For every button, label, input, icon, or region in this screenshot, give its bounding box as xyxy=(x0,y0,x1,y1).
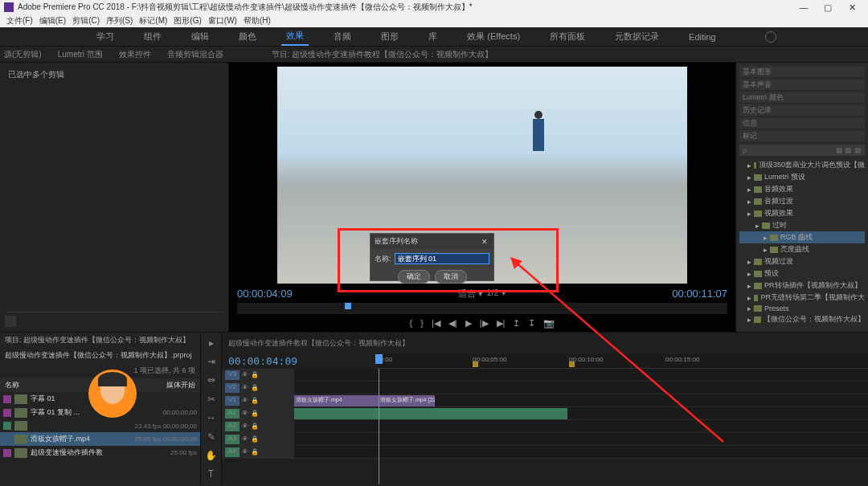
close-button[interactable]: ✕ xyxy=(840,0,864,14)
effects-tree-item[interactable]: ▸过时 xyxy=(739,219,865,231)
time-ruler[interactable]: 00:0000:00:05:0000:00:10:0000:00:15:00 xyxy=(376,354,868,369)
panel-section-header[interactable]: 历史记录 xyxy=(739,104,865,116)
pen-tool-icon[interactable]: ✎ xyxy=(205,431,218,443)
effects-tree-item[interactable]: ▸PR无缝转场第二季【视频制作大 xyxy=(739,292,865,304)
track-body[interactable] xyxy=(294,382,868,394)
playhead-indicator[interactable] xyxy=(345,303,351,309)
track-header[interactable]: A3👁🔒 xyxy=(222,433,294,445)
menu-item[interactable]: 标记(M) xyxy=(137,15,170,27)
panel-section-header[interactable]: 基本声音 xyxy=(739,79,865,90)
workspace-tab[interactable]: 元数据记录 xyxy=(610,28,664,45)
track-select-tool-icon[interactable]: ⇥ xyxy=(205,355,218,367)
effects-tree-item[interactable]: ▸预设 xyxy=(739,268,865,280)
col-name-header[interactable]: 名称 xyxy=(5,380,19,390)
timeline-clip[interactable]: 滑板女孩帽子.mp4 xyxy=(294,395,379,406)
panel-section-header[interactable]: 标记 xyxy=(739,130,865,141)
workspace-tab[interactable]: 效果 xyxy=(281,27,309,46)
menu-item[interactable]: 帮助(H) xyxy=(241,15,273,27)
track-header[interactable]: A2👁🔒 xyxy=(222,420,294,432)
dialog-close-icon[interactable]: ✕ xyxy=(481,238,489,246)
workspace-tab[interactable]: 图形 xyxy=(376,28,403,45)
go-to-out-icon[interactable]: ▶| xyxy=(497,318,506,329)
menu-item[interactable]: 文件(F) xyxy=(4,15,35,27)
step-forward-icon[interactable]: |▶ xyxy=(480,318,489,329)
track-header[interactable]: V1👁🔒 xyxy=(222,394,294,406)
track-body[interactable] xyxy=(294,407,868,419)
panel-section-header[interactable]: Lumetri 颜色 xyxy=(739,92,865,103)
effects-tree-item[interactable]: ▸Lumetri 预设 xyxy=(739,171,865,183)
minimize-button[interactable]: — xyxy=(792,0,816,14)
project-panel-tab[interactable]: 项目: 超级慢动作变速插件【微信公众号：视频制作大叔】 xyxy=(0,333,200,348)
workspace-tab[interactable]: 所有面板 xyxy=(545,28,590,45)
effects-filter-icons[interactable]: ▦ ▦ ▦ xyxy=(836,146,862,154)
razor-tool-icon[interactable]: ✂ xyxy=(205,393,218,405)
lift-icon[interactable]: ↥ xyxy=(513,318,520,329)
panel-section-header[interactable]: 基本图形 xyxy=(739,66,865,77)
effects-tree-item[interactable]: ▸音频过渡 xyxy=(739,195,865,207)
project-item[interactable]: 滑板女孩帽子.mp425.00 fps 00;00;00;00 xyxy=(0,432,200,446)
effects-tree-item[interactable]: ▸视频过渡 xyxy=(739,255,865,268)
selection-tool-icon[interactable]: ▸ xyxy=(205,337,218,349)
effect-controls-tab[interactable]: 效果控件 xyxy=(119,49,151,60)
track-header[interactable]: A1👁🔒 xyxy=(222,407,294,419)
program-monitor-tab[interactable]: 节目: 超级慢动作变速插件教程【微信公众号：视频制作大叔】 xyxy=(272,49,493,60)
current-timecode[interactable]: 00:00:04:09 xyxy=(237,288,293,300)
project-item[interactable]: 超级变速慢动作插件教25.00 fps xyxy=(0,446,200,459)
type-tool-icon[interactable]: T xyxy=(205,468,218,480)
sequence-name-input[interactable] xyxy=(395,253,489,264)
col-media-header[interactable]: 媒体开始 xyxy=(166,380,195,390)
track-body[interactable] xyxy=(294,420,868,432)
mark-in-icon[interactable]: { xyxy=(410,318,413,328)
lumetri-scopes-tab[interactable]: Lumetri 范围 xyxy=(58,49,103,60)
source-tab[interactable]: 源(无剪辑) xyxy=(4,49,42,60)
go-to-in-icon[interactable]: |◀ xyxy=(432,318,440,329)
timeline-timecode[interactable]: 00:00:04:09 xyxy=(222,353,304,369)
timeline-playhead[interactable] xyxy=(379,369,379,484)
effects-tree-item[interactable]: ▸RGB 曲线 xyxy=(739,231,865,243)
effects-tree-item[interactable]: ▸顶级350套商业大片调色预设【微 xyxy=(739,159,865,171)
menu-item[interactable]: 剪辑(C) xyxy=(70,15,102,27)
slip-tool-icon[interactable]: ↔ xyxy=(205,412,218,424)
panel-options-icon[interactable] xyxy=(5,316,16,327)
workspace-tab[interactable]: 学习 xyxy=(92,28,119,45)
menu-item[interactable]: 窗口(W) xyxy=(206,15,240,27)
effects-tree-item[interactable]: ▸【微信公众号：视频制作大叔】 xyxy=(739,313,865,325)
audio-mixer-tab[interactable]: 音频剪辑混合器 xyxy=(167,49,223,60)
workspace-tab[interactable]: 库 xyxy=(424,28,442,45)
mark-out-icon[interactable]: } xyxy=(420,318,424,328)
effects-tree-item[interactable]: ▸Presets xyxy=(739,304,865,313)
track-header[interactable]: V3👁🔒 xyxy=(222,369,294,381)
export-frame-icon[interactable]: 📷 xyxy=(543,318,555,329)
track-body[interactable] xyxy=(294,433,868,445)
ok-button[interactable]: 确定 xyxy=(398,270,430,284)
timeline-clip[interactable]: 滑板女孩帽子.mp4 [22.08%] xyxy=(379,395,435,406)
effects-tree-item[interactable]: ▸亮度曲线 xyxy=(739,243,865,255)
menu-item[interactable]: 图形(G) xyxy=(171,15,203,27)
extract-icon[interactable]: ↧ xyxy=(528,318,535,329)
track-header[interactable]: A4👁🔒 xyxy=(222,446,294,458)
play-icon[interactable]: ▶ xyxy=(465,318,472,329)
timeline-tab[interactable]: 超级慢动作变速插件教程【微信公众号：视频制作大叔】 xyxy=(228,338,409,349)
scrub-bar[interactable] xyxy=(237,303,727,314)
effects-tree-item[interactable]: ▸视频效果 xyxy=(739,207,865,219)
workspace-tab[interactable]: 颜色 xyxy=(234,28,261,45)
track-header[interactable]: V2👁🔒 xyxy=(222,382,294,394)
project-item[interactable]: 23.43 fps 00;00;00;00 xyxy=(0,419,200,432)
track-body[interactable]: 滑板女孩帽子.mp4滑板女孩帽子.mp4 [22.08%] xyxy=(294,394,868,406)
track-body[interactable] xyxy=(294,446,868,458)
workspace-tab[interactable]: 效果 (Effects) xyxy=(462,28,525,45)
effects-tree-item[interactable]: ▸音频效果 xyxy=(739,183,865,195)
workspace-tab[interactable]: 编辑 xyxy=(186,28,214,45)
cancel-button[interactable]: 取消 xyxy=(435,270,467,284)
menu-item[interactable]: 编辑(E) xyxy=(37,15,68,27)
workspace-tab[interactable]: Editing xyxy=(684,30,721,44)
menu-item[interactable]: 序列(S) xyxy=(104,15,135,27)
resolution-dropdown[interactable]: 1/2 ▾ xyxy=(486,288,506,300)
track-body[interactable] xyxy=(294,369,868,381)
maximize-button[interactable]: ▢ xyxy=(816,0,840,14)
ripple-edit-tool-icon[interactable]: ⇔ xyxy=(205,374,218,386)
step-back-icon[interactable]: ◀| xyxy=(448,318,457,329)
search-icon[interactable] xyxy=(765,31,776,43)
effects-search-input[interactable]: ρ xyxy=(743,146,747,154)
fit-dropdown[interactable]: 适合 ▾ xyxy=(458,288,483,300)
